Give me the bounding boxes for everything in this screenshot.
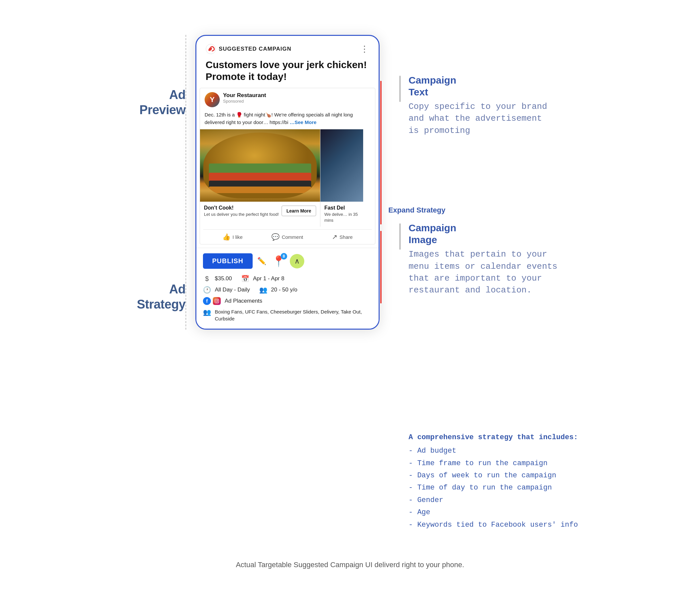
caption-text-1: Don't Cook! Let us deliver you the perfe… — [204, 205, 279, 218]
phone-card: SUGGESTED CAMPAIGN ⋮ Customers love your… — [195, 35, 380, 330]
age-range-value: 20 - 50 y/o — [271, 286, 297, 293]
strategy-item-3: - Days of week to run the campaign — [408, 470, 578, 482]
red-line-top — [380, 81, 381, 224]
sponsored-label: Sponsored — [223, 99, 266, 104]
calendar-icon: 📅 — [241, 275, 249, 283]
strategy-row-placements: f Ad Placements — [203, 297, 372, 305]
strategy-item-2: - Time frame to run the campaign — [408, 457, 578, 470]
ad-text-content: Dec. 12th is a 🥊 fight night🍗! We're off… — [205, 112, 353, 125]
bottom-caption: Actual Targetable Suggested Campaign UI … — [236, 560, 464, 569]
restaurant-name: Your Restaurant — [223, 92, 266, 99]
phone-card-wrapper: SUGGESTED CAMPAIGN ⋮ Customers love your… — [195, 35, 380, 330]
share-label: Share — [340, 234, 353, 240]
social-icons: f — [203, 297, 221, 305]
instagram-icon — [213, 297, 221, 305]
campaign-text-annotation: Campaign Text Copy specific to your bran… — [399, 74, 587, 136]
facebook-icon: f — [203, 297, 211, 305]
caption-row-1: Don't Cook! Let us deliver you the perfe… — [204, 205, 316, 218]
strategy-annotation: A comprehensive strategy that includes: … — [399, 431, 587, 531]
edit-icon[interactable]: ✏️ — [257, 257, 266, 266]
strategy-divider — [399, 433, 401, 459]
right-annotations: Campaign Text Copy specific to your bran… — [390, 35, 587, 551]
ad-preview-inner: Y Your Restaurant Sponsored Dec. 12th is… — [200, 88, 375, 245]
dollar-icon: $ — [203, 275, 211, 283]
learn-more-button[interactable]: Learn More — [281, 206, 316, 216]
ad-text: Dec. 12th is a 🥊 fight night🍗! We're off… — [200, 110, 375, 129]
badge-count: 8 — [281, 253, 287, 259]
caption-sub-1: Let us deliver you the perfect fight foo… — [204, 211, 279, 218]
campaign-image-title: Campaign Image — [408, 222, 557, 246]
clock-icon: 🕐 — [203, 286, 211, 294]
burger-image — [200, 129, 320, 202]
red-line-bottom — [380, 231, 381, 303]
strategy-item-1: - Ad budget — [408, 445, 578, 457]
card-top-header: SUGGESTED CAMPAIGN ⋮ — [206, 44, 369, 54]
campaign-text-desc: Copy specific to your brand and what the… — [408, 101, 547, 136]
caption-title-2: Fast Del — [324, 205, 359, 211]
carousel-item-2: Fast Del We delive… in 35 mins — [320, 129, 363, 227]
action-row: 👍 I like 💬 Comment ↗ Share — [203, 229, 372, 244]
suggested-label: SUGGESTED CAMPAIGN — [219, 46, 292, 52]
svg-point-3 — [218, 300, 218, 300]
strategy-item-6: - Age — [408, 506, 578, 519]
card-bottom: PUBLISH ✏️ 8 📍 ∧ $ $35.00 — [196, 248, 379, 329]
share-button[interactable]: ↗ Share — [332, 233, 353, 241]
expand-button[interactable]: ∧ — [290, 254, 304, 269]
interests-value: Boxing Fans, UFC Fans, Cheeseburger Slid… — [215, 308, 372, 322]
strategy-row-budget: $ $35.00 📅 Apr 1 - Apr 8 — [203, 275, 372, 283]
page-wrapper: Ad Preview Ad Strategy — [0, 0, 700, 604]
card-top: SUGGESTED CAMPAIGN ⋮ Customers love your… — [196, 36, 379, 88]
like-button[interactable]: 👍 I like — [222, 233, 243, 241]
campaign-image-divider — [399, 223, 401, 250]
brand-row: SUGGESTED CAMPAIGN — [206, 44, 292, 54]
like-label: I like — [232, 234, 243, 240]
see-more-link[interactable]: …See More — [290, 120, 317, 125]
budget-value: $35.00 — [215, 275, 232, 282]
strategy-row-interests: 👥 Boxing Fans, UFC Fans, Cheeseburger Sl… — [203, 308, 372, 322]
svg-rect-1 — [215, 299, 219, 303]
restaurant-info: Your Restaurant Sponsored — [223, 92, 266, 104]
location-badge[interactable]: 8 📍 — [272, 255, 285, 268]
carousel: Don't Cook! Let us deliver you the perfe… — [200, 129, 375, 227]
restaurant-avatar: Y — [205, 92, 220, 107]
schedule-value: All Day - Daily — [215, 286, 250, 293]
left-labels: Ad Preview Ad Strategy — [113, 35, 185, 312]
carousel-item-1: Don't Cook! Let us deliver you the perfe… — [200, 129, 320, 227]
interests-icon: 👥 — [203, 308, 211, 316]
caption-title-1: Don't Cook! — [204, 205, 279, 211]
second-carousel-image — [320, 129, 363, 202]
svg-point-2 — [216, 300, 218, 302]
campaign-image-desc: Images that pertain to your menu items o… — [408, 248, 557, 296]
campaign-text-content: Campaign Text Copy specific to your bran… — [408, 74, 547, 136]
publish-row: PUBLISH ✏️ 8 📍 ∧ — [203, 253, 372, 269]
caption-sub-2: We delive… in 35 mins — [324, 211, 359, 223]
comment-button[interactable]: 💬 Comment — [271, 233, 303, 241]
share-icon: ↗ — [332, 233, 338, 241]
comment-icon: 💬 — [271, 233, 280, 241]
left-deco-line — [185, 35, 186, 330]
expand-strategy-row: Expand Strategy — [385, 206, 445, 215]
three-dots-menu[interactable]: ⋮ — [360, 45, 369, 53]
like-icon: 👍 — [222, 233, 231, 241]
campaign-image-content: Campaign Image Images that pertain to yo… — [408, 222, 557, 296]
carousel-caption-2: Fast Del We delive… in 35 mins — [320, 202, 363, 227]
strategy-item-7: - Keywords tied to Facebook users' info — [408, 519, 578, 531]
ad-placements-label: Ad Placements — [225, 298, 262, 304]
publish-button[interactable]: PUBLISH — [203, 253, 253, 269]
campaign-image-annotation: Campaign Image Images that pertain to yo… — [399, 222, 587, 296]
date-range-value: Apr 1 - Apr 8 — [253, 275, 284, 282]
strategy-item-5: - Gender — [408, 494, 578, 506]
chevron-up-icon: ∧ — [294, 257, 300, 266]
strategy-content: A comprehensive strategy that includes: … — [408, 431, 578, 531]
ad-strategy-label: Ad Strategy — [137, 282, 185, 312]
brand-logo-icon — [206, 44, 216, 54]
carousel-caption-1: Don't Cook! Let us deliver you the perfe… — [200, 202, 320, 225]
comment-label: Comment — [281, 234, 303, 240]
people-icon: 👥 — [259, 286, 267, 294]
campaign-text-divider — [399, 76, 401, 102]
strategy-list: A comprehensive strategy that includes: … — [408, 431, 578, 531]
strategy-info: $ $35.00 📅 Apr 1 - Apr 8 🕐 All Day - Dai… — [203, 275, 372, 322]
card-headline: Customers love your jerk chicken! Promot… — [206, 59, 369, 82]
strategy-list-title: A comprehensive strategy that includes: — [408, 431, 578, 444]
main-layout: Ad Preview Ad Strategy — [54, 35, 646, 551]
